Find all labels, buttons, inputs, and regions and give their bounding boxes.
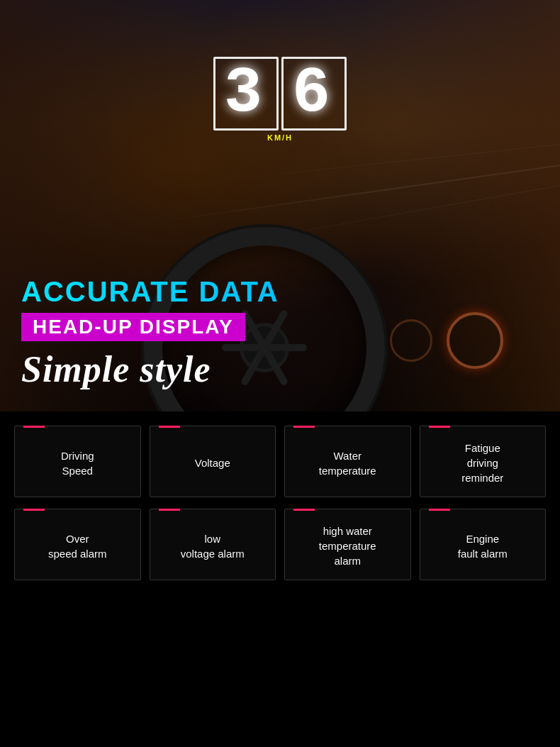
simple-style-heading: Simple style: [21, 348, 539, 390]
feature-card-voltage: Voltage: [150, 426, 276, 497]
hud-unit: KM/H: [212, 133, 348, 142]
features-section: DrivingSpeed Voltage Watertemperature Fa…: [0, 411, 560, 613]
feature-card-over-speed: Overspeed alarm: [14, 509, 141, 580]
feature-label-low-voltage: lowvoltage alarm: [181, 531, 245, 561]
feature-card-high-water-temp: high watertemperaturealarm: [284, 509, 411, 580]
hud-speed-value: 36: [212, 57, 348, 131]
hero-section: 36 KM/H ACCURATE DATA HEAD-UP DISPLAY Si…: [0, 0, 560, 411]
feature-card-low-voltage: lowvoltage alarm: [150, 509, 276, 580]
accurate-data-heading: ACCURATE DATA: [21, 275, 539, 309]
speed-digit-2: 6: [281, 57, 347, 131]
feature-card-driving-speed: DrivingSpeed: [14, 426, 141, 497]
feature-label-engine-fault: Enginefault alarm: [458, 531, 508, 561]
features-grid-row1: DrivingSpeed Voltage Watertemperature Fa…: [14, 426, 546, 497]
feature-label-voltage: Voltage: [195, 455, 230, 470]
feature-card-water-temperature: Watertemperature: [284, 426, 411, 497]
features-grid-row2: Overspeed alarm lowvoltage alarm high wa…: [14, 509, 546, 580]
feature-label-high-water-temp: high watertemperaturealarm: [319, 524, 376, 568]
feature-card-fatigue-driving: Fatiguedrivingreminder: [420, 426, 547, 497]
hud-display: 36 KM/H: [212, 57, 348, 142]
head-up-display-badge: HEAD-UP DISPLAY: [21, 313, 245, 341]
feature-card-engine-fault: Enginefault alarm: [420, 509, 547, 580]
speed-digit-1: 3: [213, 57, 279, 131]
feature-label-over-speed: Overspeed alarm: [48, 531, 107, 561]
feature-label-water-temperature: Watertemperature: [319, 448, 376, 478]
feature-label-fatigue-driving: Fatiguedrivingreminder: [461, 441, 503, 485]
hero-text-block: ACCURATE DATA HEAD-UP DISPLAY Simple sty…: [0, 260, 560, 411]
feature-label-driving-speed: DrivingSpeed: [61, 448, 94, 478]
